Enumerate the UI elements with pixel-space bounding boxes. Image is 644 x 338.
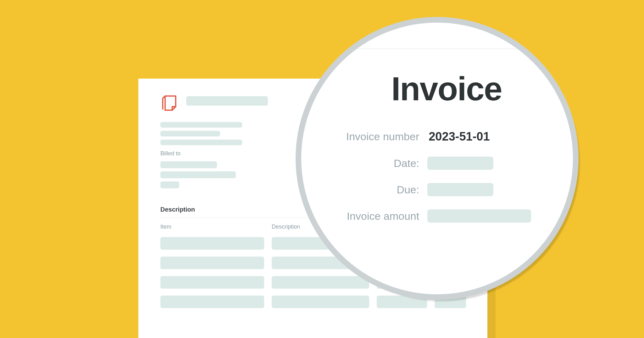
line-item-cell-placeholder	[160, 276, 264, 289]
magnifier: Invoice Invoice number 2023-51-01 Date: …	[296, 17, 585, 306]
billed-to-placeholder	[160, 171, 236, 178]
line-item-cell-placeholder	[160, 296, 264, 308]
lens-content: Invoice Invoice number 2023-51-01 Date: …	[301, 23, 573, 294]
invoice-date-field[interactable]	[427, 157, 493, 170]
invoice-number-value: 2023-51-01	[427, 130, 490, 143]
address-line-placeholder	[160, 122, 242, 128]
magnifier-lens: Invoice Invoice number 2023-51-01 Date: …	[296, 17, 579, 300]
invoice-meta-grid: Invoice number 2023-51-01 Date: Due: Inv…	[346, 130, 531, 223]
billed-to-placeholder	[160, 161, 217, 168]
stage: Billed to Description Item Description $…	[0, 0, 644, 338]
invoice-amount-label: Invoice amount	[347, 210, 419, 222]
address-line-placeholder	[160, 131, 220, 136]
invoice-title: Invoice	[391, 70, 502, 108]
invoice-date-label: Date:	[394, 157, 419, 169]
document-logo-icon	[160, 93, 179, 113]
billed-to-placeholder	[160, 181, 179, 188]
invoice-number-label: Invoice number	[346, 130, 419, 143]
address-line-placeholder	[160, 140, 242, 145]
doc-title-placeholder	[186, 96, 268, 106]
line-item-cell-placeholder	[160, 237, 264, 250]
col-header-item: Item	[160, 224, 264, 230]
line-item-cell-placeholder	[160, 257, 264, 269]
invoice-due-label: Due:	[397, 184, 419, 196]
invoice-due-field[interactable]	[427, 183, 493, 196]
invoice-amount-field[interactable]	[427, 209, 531, 223]
